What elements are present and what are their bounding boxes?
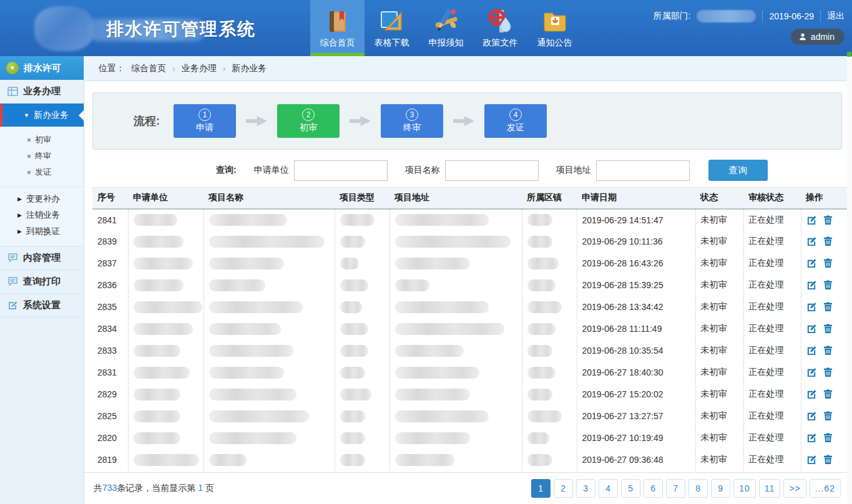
table-row: 28332019-06-28 10:35:54未初审正在处理 <box>92 340 848 362</box>
cell-town <box>522 405 577 427</box>
delete-icon[interactable] <box>823 301 833 314</box>
sidebar-subitem-label: 发证 <box>35 167 51 178</box>
cell-project-type <box>335 405 389 427</box>
flow-step-初审[interactable]: 2初审 <box>277 104 340 138</box>
delete-icon[interactable] <box>823 367 833 379</box>
edit-icon[interactable] <box>806 215 817 227</box>
page-button-4[interactable]: 4 <box>599 479 618 498</box>
redacted-value <box>340 279 368 291</box>
delete-icon[interactable] <box>823 454 833 467</box>
delete-icon[interactable] <box>823 215 833 227</box>
apply-unit-input[interactable] <box>294 160 388 181</box>
cell-status: 未初审 <box>695 209 743 231</box>
cell-review-status: 正在处理 <box>743 384 801 405</box>
edit-icon[interactable] <box>806 258 817 270</box>
sidebar-item-business-handle[interactable]: 业务办理 <box>0 80 84 104</box>
delete-icon[interactable] <box>823 323 833 336</box>
cell-operations <box>801 427 848 449</box>
delete-icon[interactable] <box>823 389 833 401</box>
edit-icon[interactable] <box>806 301 817 314</box>
edit-icon[interactable] <box>806 389 817 401</box>
delete-icon[interactable] <box>823 258 833 270</box>
sidebar-item-cancel-business[interactable]: ▶注销业务 <box>0 207 84 223</box>
scrollbar-thumb[interactable] <box>847 52 851 57</box>
flow-step-发证[interactable]: 4发证 <box>484 104 547 138</box>
page-button-11[interactable]: 11 <box>759 479 781 498</box>
nav-item-home[interactable]: 综合首页 <box>310 0 365 56</box>
delete-icon[interactable] <box>823 432 833 445</box>
edit-icon[interactable] <box>806 454 817 467</box>
user-menu-button[interactable]: admin <box>791 29 845 45</box>
project-name-input[interactable] <box>445 160 539 181</box>
cell-project-address <box>389 427 522 449</box>
page-button-9[interactable]: 9 <box>711 479 730 498</box>
flow-step-终审[interactable]: 3终审 <box>381 104 443 138</box>
page-button-3[interactable]: 3 <box>576 479 595 498</box>
page-button-62[interactable]: ...62 <box>810 479 841 498</box>
scrollbar-track[interactable] <box>847 56 852 504</box>
cell-seq: 2825 <box>92 405 128 427</box>
cell-seq: 2819 <box>92 449 128 471</box>
sidebar-subitem-first-review[interactable]: 初审 <box>0 132 84 148</box>
delete-icon[interactable] <box>823 236 833 248</box>
delete-icon[interactable] <box>823 410 833 423</box>
redacted-value <box>340 258 359 269</box>
sidebar-item-new-business-active[interactable]: ▼新办业务 <box>0 104 84 127</box>
breadcrumb-item[interactable]: 新办业务 <box>232 63 267 74</box>
page-button-6[interactable]: 6 <box>644 479 663 498</box>
logout-button[interactable]: 退出 <box>827 11 845 22</box>
cell-project-address <box>389 231 522 253</box>
page-button-1[interactable]: 1 <box>531 479 551 498</box>
sidebar-item-change-reissue[interactable]: ▶变更补办 <box>0 191 84 207</box>
flow-step-number: 2 <box>302 109 315 121</box>
page-button-[interactable]: >> <box>783 479 806 498</box>
delete-icon[interactable] <box>823 279 833 292</box>
sidebar-item-content-manage[interactable]: 内容管理 <box>0 246 84 270</box>
edit-icon[interactable] <box>806 367 817 379</box>
cell-operations <box>801 449 848 471</box>
redacted-value <box>134 301 202 313</box>
page-button-10[interactable]: 10 <box>733 479 756 498</box>
header-right: 所属部门: 2019-06-29 退出 admin <box>653 10 845 45</box>
sidebar-item-system-settings[interactable]: 系统设置 <box>0 294 84 317</box>
edit-icon[interactable] <box>806 432 817 445</box>
nav-item-announcements[interactable]: 通知公告 <box>527 0 582 56</box>
nav-item-forms-download[interactable]: 表格下载 <box>365 0 419 56</box>
sidebar-item-query-print[interactable]: 查询打印 <box>0 270 84 294</box>
page-button-8[interactable]: 8 <box>688 479 708 498</box>
delete-icon[interactable] <box>823 345 833 357</box>
table-row: 28192019-06-27 09:36:48未初审正在处理 <box>92 449 848 471</box>
nav-item-policy-files[interactable]: 政策文件 <box>473 0 527 56</box>
page-button-7[interactable]: 7 <box>666 479 685 498</box>
breadcrumb-item[interactable]: 业务办理 <box>182 63 217 74</box>
cell-apply-date: 2019-06-28 11:11:49 <box>577 318 695 340</box>
cell-project-address <box>389 318 522 340</box>
edit-icon[interactable] <box>806 323 817 336</box>
search-button[interactable]: 查询 <box>708 160 768 181</box>
cell-seq: 2829 <box>92 384 128 405</box>
redacted-value <box>209 236 325 248</box>
edit-icon[interactable] <box>806 236 817 248</box>
cell-status: 未初审 <box>695 274 743 296</box>
sidebar-item-expire-renew[interactable]: ▶到期换证 <box>0 223 84 240</box>
page-button-5[interactable]: 5 <box>621 479 640 498</box>
sidebar-item-label: 业务办理 <box>23 85 61 97</box>
edit-icon[interactable] <box>806 279 817 292</box>
edit-icon[interactable] <box>806 345 817 357</box>
page-button-2[interactable]: 2 <box>554 479 573 498</box>
redacted-value <box>395 301 489 313</box>
sidebar-subitem-issue-cert[interactable]: 发证 <box>0 164 84 180</box>
top-header: 排水许可管理系统 综合首页表格下载申报须知政策文件通知公告 所属部门: 2019… <box>0 0 852 56</box>
sidebar-subitem-final-review[interactable]: 终审 <box>0 148 84 164</box>
project-address-input[interactable] <box>596 160 690 181</box>
redacted-value <box>340 432 365 444</box>
cell-project-address <box>389 274 522 296</box>
flow-step-申请[interactable]: 1申请 <box>174 104 236 138</box>
sidebar-header[interactable]: ▼ 排水许可 <box>0 56 84 80</box>
edit-icon[interactable] <box>806 410 817 423</box>
redacted-value <box>209 214 287 226</box>
nav-item-declare-notice[interactable]: 申报须知 <box>419 0 473 56</box>
breadcrumb-item[interactable]: 综合首页 <box>131 63 166 74</box>
caret-right-icon: ▶ <box>17 212 22 218</box>
redacted-value <box>527 367 556 379</box>
